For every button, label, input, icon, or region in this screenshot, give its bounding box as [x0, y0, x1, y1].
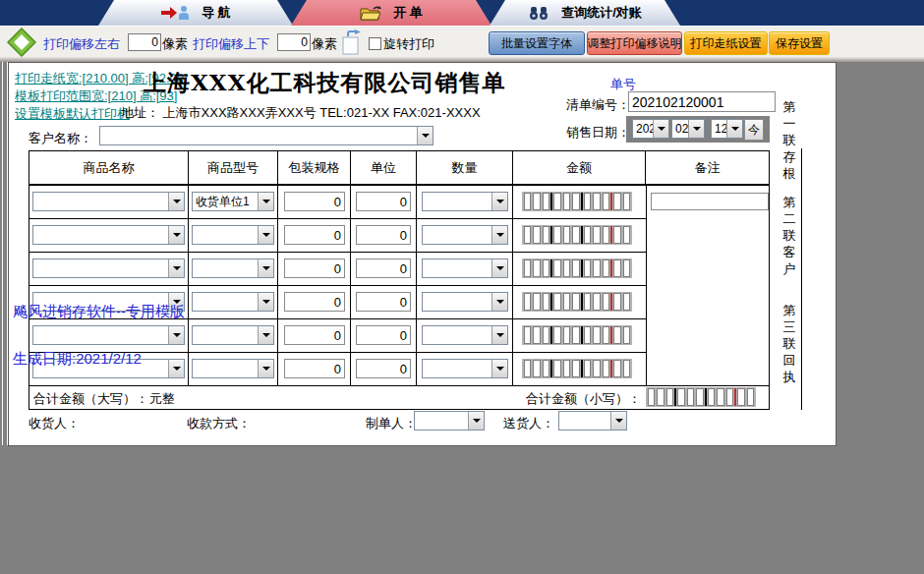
quantity-select[interactable] [422, 225, 508, 245]
date-month-select[interactable]: 02 [671, 119, 705, 139]
pixels-label-2: 像素 [312, 35, 337, 53]
date-year-value: 2021 [633, 120, 653, 138]
pack-spec-input[interactable] [284, 292, 345, 312]
product-name-select[interactable] [32, 225, 185, 245]
copy-label-2: 第二联客户 [781, 194, 797, 277]
product-model-select[interactable] [192, 292, 274, 312]
header-amount: 金额 [513, 151, 646, 184]
chevron-down-icon[interactable] [491, 326, 507, 344]
offset-ud-input[interactable] [277, 33, 311, 51]
quantity-select[interactable] [422, 192, 508, 211]
table-row: 收货单位1 [29, 186, 646, 219]
product-model-select[interactable] [192, 225, 274, 245]
sale-date-label: 销售日期： [566, 124, 630, 142]
chevron-down-icon[interactable] [491, 360, 507, 377]
product-model-select[interactable]: 收货单位1 [192, 192, 274, 211]
chevron-down-icon[interactable] [258, 259, 273, 277]
remark-input[interactable] [651, 193, 769, 210]
chevron-down-icon[interactable] [726, 120, 742, 138]
pack-spec-input[interactable] [284, 192, 345, 211]
pixels-label-1: 像素 [162, 35, 188, 53]
doc-no-input[interactable] [628, 91, 776, 112]
rotate-print-checkbox[interactable] [369, 37, 381, 50]
tab-query-stats-label: 查询统计/对账 [561, 4, 642, 22]
unit-input[interactable] [356, 258, 411, 278]
total-upper-label: 合计金额（大写）： [33, 390, 148, 408]
product-model-select[interactable] [192, 258, 274, 278]
pack-spec-input[interactable] [284, 258, 345, 278]
header-product-name: 商品名称 [29, 151, 189, 184]
default-printer-link[interactable]: 设置模板默认打印机 [15, 105, 130, 123]
unit-input[interactable] [356, 292, 411, 312]
chevron-down-icon[interactable] [168, 226, 184, 244]
tab-query-stats[interactable]: 查询统计/对账 [490, 0, 680, 26]
open-folder-icon [360, 5, 381, 21]
chevron-down-icon[interactable] [258, 326, 273, 344]
chevron-down-icon[interactable] [258, 193, 273, 210]
chevron-down-icon[interactable] [258, 226, 273, 244]
product-table: 商品名称 商品型号 包装规格 单位 数量 金额 备注 收货单位1 [29, 150, 770, 410]
chevron-down-icon[interactable] [417, 127, 433, 144]
offset-help-button[interactable]: 调整打印偏移说明 [587, 31, 682, 55]
chevron-down-icon[interactable] [168, 360, 184, 377]
header-pack-spec: 包装规格 [278, 151, 351, 184]
chevron-down-icon[interactable] [168, 326, 184, 344]
quantity-select[interactable] [422, 359, 508, 378]
remark-merged-cell [647, 186, 769, 385]
pack-spec-input[interactable] [284, 359, 345, 378]
product-model-select[interactable] [192, 325, 274, 345]
chevron-down-icon[interactable] [610, 412, 626, 430]
chevron-down-icon[interactable] [653, 120, 668, 138]
product-name-select[interactable] [32, 258, 185, 278]
tab-navigation[interactable]: 导 航 [98, 0, 293, 26]
date-panel: 2021 02 12 今 [626, 116, 770, 143]
invoice-title: 上海XXX化工科技有限公司销售单 [144, 68, 506, 98]
date-month-value: 02 [672, 120, 688, 138]
maker-select[interactable] [414, 411, 485, 430]
batch-font-button[interactable]: 批量设置字体 [489, 31, 585, 55]
chevron-down-icon[interactable] [258, 293, 273, 311]
table-row [29, 219, 646, 253]
customer-select[interactable] [99, 126, 433, 145]
offset-lr-label: 打印偏移左右 [43, 35, 120, 53]
chevron-down-icon[interactable] [258, 360, 273, 377]
chevron-down-icon[interactable] [491, 259, 507, 277]
chevron-down-icon[interactable] [491, 193, 507, 210]
product-model-select[interactable] [192, 359, 274, 378]
date-day-select[interactable]: 12 [711, 119, 743, 139]
header-quantity: 数量 [417, 151, 513, 184]
invoice-form: 打印走纸宽:[210.00] 高:[92.00] 模板打印范围宽:[210] 高… [8, 62, 837, 446]
date-year-select[interactable]: 2021 [632, 119, 669, 139]
today-button[interactable]: 今 [744, 119, 764, 141]
quantity-select[interactable] [422, 325, 508, 345]
copy-label-3: 第三联回执 [781, 302, 797, 385]
quantity-select[interactable] [422, 292, 508, 312]
save-settings-button[interactable]: 保存设置 [769, 31, 830, 55]
diamond-icon [7, 28, 36, 57]
header-unit: 单位 [351, 151, 417, 184]
chevron-down-icon[interactable] [688, 120, 704, 138]
chevron-down-icon[interactable] [491, 226, 507, 244]
toolbar: 打印偏移左右 像素 打印偏移上下 像素 旋转打印 批量设置字体 调整打印偏移说明… [0, 26, 924, 58]
unit-input[interactable] [356, 359, 411, 378]
offset-lr-input[interactable] [128, 33, 161, 51]
chevron-down-icon[interactable] [468, 412, 484, 430]
tab-navigation-label: 导 航 [202, 4, 231, 22]
quantity-select[interactable] [422, 258, 508, 278]
deliver-select[interactable] [558, 411, 627, 430]
unit-input[interactable] [356, 325, 411, 345]
unit-input[interactable] [356, 225, 411, 245]
pack-spec-input[interactable] [284, 325, 345, 345]
product-name-select[interactable] [32, 325, 185, 345]
chevron-down-icon[interactable] [168, 193, 184, 210]
pack-spec-input[interactable] [284, 225, 345, 245]
product-name-select[interactable] [32, 192, 185, 211]
chevron-down-icon[interactable] [491, 293, 507, 311]
chevron-down-icon[interactable] [168, 259, 184, 277]
amount-digit-grid [522, 192, 632, 211]
payment-label: 收款方式： [187, 415, 251, 432]
unit-input[interactable] [356, 192, 411, 211]
total-lower-label: 合计金额（小写）： [526, 390, 641, 408]
tab-invoice[interactable]: 开 单 [291, 0, 491, 26]
paper-feed-button[interactable]: 打印走纸设置 [684, 31, 768, 55]
